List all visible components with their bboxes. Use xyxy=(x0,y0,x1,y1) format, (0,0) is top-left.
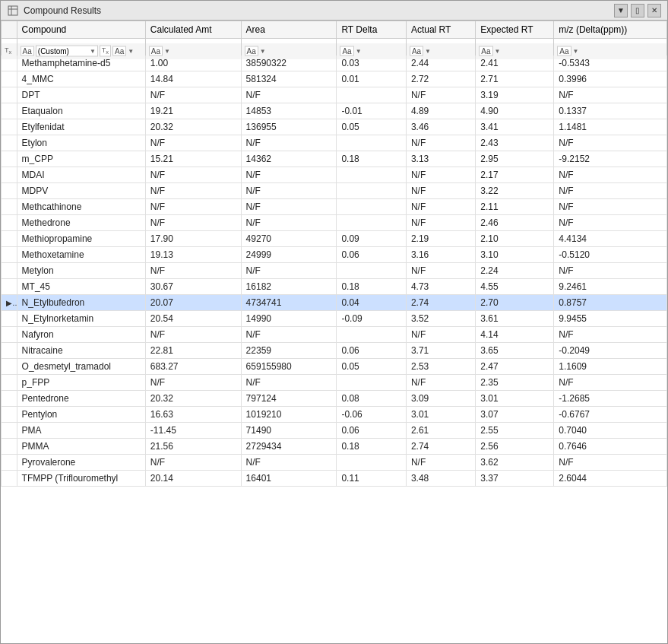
cell-compound: N_Etylnorketamin xyxy=(17,311,145,327)
table-row[interactable]: Pentylon16.631019210-0.063.013.07-0.6767 xyxy=(2,407,667,423)
cell-area: 16182 xyxy=(241,279,337,295)
col-header-mz[interactable]: m/z (Delta(ppm)) xyxy=(554,21,667,39)
cell-mz: -0.2049 xyxy=(554,343,667,359)
results-table-container[interactable]: Compound Calculated Amt Area RT Delta Ac… xyxy=(1,21,667,643)
dock-button[interactable]: ▯ xyxy=(631,4,644,17)
cell-rt-delta xyxy=(337,455,406,471)
table-row[interactable]: p_FPPN/FN/FN/F2.35N/F xyxy=(2,375,667,391)
cell-mz: N/F xyxy=(554,135,667,151)
col-header-calculated-amt[interactable]: Calculated Amt xyxy=(145,21,241,39)
cell-area: 71490 xyxy=(241,423,337,439)
cell-compound: p_FPP xyxy=(17,375,145,391)
table-row[interactable]: ▶N_Etylbufedron20.0747347410.042.742.700… xyxy=(2,295,667,311)
cell-actual-rt: N/F xyxy=(406,327,475,343)
row-indicator: ▶ xyxy=(2,295,17,311)
cell-expected-rt: 2.95 xyxy=(476,151,554,167)
cell-rt-delta: 0.06 xyxy=(337,247,406,263)
row-indicator xyxy=(2,279,17,295)
title-bar-controls: ▼ ▯ ✕ xyxy=(614,4,661,17)
table-row[interactable]: PyrovaleroneN/FN/FN/F3.62N/F xyxy=(2,455,667,471)
filter-indicator-cell: Tx xyxy=(2,43,17,59)
cell-calculated-amt: 16.63 xyxy=(145,407,241,423)
cell-compound: Metylon xyxy=(17,263,145,279)
cell-area: 4734741 xyxy=(241,295,337,311)
cell-actual-rt: 3.48 xyxy=(406,471,475,487)
cell-rt-delta xyxy=(337,183,406,199)
table-body: Methamphetamine-d51.00385903220.032.442.… xyxy=(2,56,667,487)
row-indicator xyxy=(2,343,17,359)
table-row[interactable]: Pentedrone20.327971240.083.093.01-1.2685 xyxy=(2,391,667,407)
cell-calculated-amt: 22.81 xyxy=(145,343,241,359)
cell-expected-rt: 2.24 xyxy=(476,263,554,279)
table-row[interactable]: TFMPP (Triflouromethyl20.14164010.113.48… xyxy=(2,471,667,487)
close-button[interactable]: ✕ xyxy=(647,4,661,17)
cell-compound: Pyrovalerone xyxy=(17,455,145,471)
cell-area: 797124 xyxy=(241,391,337,407)
cell-compound: Methiopropamine xyxy=(17,231,145,247)
cell-mz: N/F xyxy=(554,263,667,279)
table-row[interactable]: MDPVN/FN/FN/F3.22N/F xyxy=(2,183,667,199)
table-row[interactable]: MethcathinoneN/FN/FN/F2.11N/F xyxy=(2,199,667,215)
cell-calculated-amt: 14.84 xyxy=(145,71,241,87)
cell-actual-rt: 2.53 xyxy=(406,359,475,375)
filter-calcamt-cell[interactable]: Aa ▼ xyxy=(145,43,241,59)
filter-sort-icon: Tx xyxy=(5,46,11,56)
row-indicator xyxy=(2,263,17,279)
filter-expectedrt-cell[interactable]: Aa ▼ xyxy=(476,43,554,59)
filter-mz-cell[interactable]: Aa ▼ xyxy=(554,43,667,59)
filter-area-cell[interactable]: Aa ▼ xyxy=(241,43,337,59)
cell-rt-delta: -0.06 xyxy=(337,407,406,423)
col-header-actual-rt[interactable]: Actual RT xyxy=(406,21,475,39)
table-row[interactable]: Methoxetamine19.13249990.063.163.10-0.51… xyxy=(2,247,667,263)
cell-calculated-amt: 17.90 xyxy=(145,231,241,247)
filter-aa-mz: Aa xyxy=(557,46,571,56)
filter-aa-calcamt: Aa xyxy=(149,46,163,56)
cell-area: 2729434 xyxy=(241,439,337,455)
col-header-rt-delta[interactable]: RT Delta xyxy=(337,21,406,39)
cell-mz: N/F xyxy=(554,215,667,231)
table-row[interactable]: EtylonN/FN/FN/F2.43N/F xyxy=(2,135,667,151)
svg-rect-0 xyxy=(8,6,17,15)
filter-rtdelta-cell[interactable]: Aa ▼ xyxy=(337,43,406,59)
cell-actual-rt: 2.61 xyxy=(406,423,475,439)
row-indicator xyxy=(2,215,17,231)
table-row[interactable]: 4_MMC14.845813240.012.722.710.3996 xyxy=(2,71,667,87)
cell-mz: 1.1609 xyxy=(554,359,667,375)
cell-actual-rt: 2.74 xyxy=(406,295,475,311)
filter-actualrt-cell[interactable]: Aa ▼ xyxy=(406,43,475,59)
cell-mz: 1.1481 xyxy=(554,119,667,135)
col-header-expected-rt[interactable]: Expected RT xyxy=(476,21,554,39)
col-header-area[interactable]: Area xyxy=(241,21,337,39)
table-row[interactable]: PMMA21.5627294340.182.742.560.7646 xyxy=(2,439,667,455)
filter-aa-icon-2: Aa xyxy=(112,46,126,56)
pin-button[interactable]: ▼ xyxy=(614,4,628,17)
table-row[interactable]: Nitracaine22.81223590.063.713.65-0.2049 xyxy=(2,343,667,359)
row-indicator xyxy=(2,407,17,423)
table-row[interactable]: Etaqualon19.2114853-0.014.894.900.1337 xyxy=(2,103,667,119)
cell-area: 24999 xyxy=(241,247,337,263)
filter-compound-cell[interactable]: Aa (Custom) ▼ Tx Aa ▼ xyxy=(17,43,145,59)
cell-rt-delta: 0.04 xyxy=(337,295,406,311)
table-row[interactable]: MetylonN/FN/FN/F2.24N/F xyxy=(2,263,667,279)
row-indicator xyxy=(2,199,17,215)
cell-rt-delta xyxy=(337,215,406,231)
table-row[interactable]: DPTN/FN/FN/F3.19N/F xyxy=(2,87,667,103)
cell-area: 659155980 xyxy=(241,359,337,375)
table-row[interactable]: PMA-11.45714900.062.612.550.7040 xyxy=(2,423,667,439)
table-row[interactable]: MDAIN/FN/FN/F2.17N/F xyxy=(2,167,667,183)
compound-filter-dropdown[interactable]: (Custom) ▼ xyxy=(36,46,98,57)
col-header-indicator xyxy=(2,21,17,39)
table-row[interactable]: NafyronN/FN/FN/F4.14N/F xyxy=(2,327,667,343)
table-row[interactable]: MethedroneN/FN/FN/F2.46N/F xyxy=(2,215,667,231)
cell-rt-delta: 0.05 xyxy=(337,119,406,135)
table-row[interactable]: m_CPP15.21143620.183.132.95-9.2152 xyxy=(2,151,667,167)
table-row[interactable]: MT_4530.67161820.184.734.559.2461 xyxy=(2,279,667,295)
table-row[interactable]: Methiopropamine17.90492700.092.192.104.4… xyxy=(2,231,667,247)
column-header-row: Compound Calculated Amt Area RT Delta Ac… xyxy=(2,21,667,39)
col-header-compound[interactable]: Compound xyxy=(17,21,145,39)
cell-actual-rt: 3.71 xyxy=(406,343,475,359)
cell-actual-rt: 2.19 xyxy=(406,231,475,247)
table-row[interactable]: O_desmetyl_tramadol683.276591559800.052.… xyxy=(2,359,667,375)
table-row[interactable]: Etylfenidat20.321369550.053.463.411.1481 xyxy=(2,119,667,135)
table-row[interactable]: N_Etylnorketamin20.5414990-0.093.523.619… xyxy=(2,311,667,327)
